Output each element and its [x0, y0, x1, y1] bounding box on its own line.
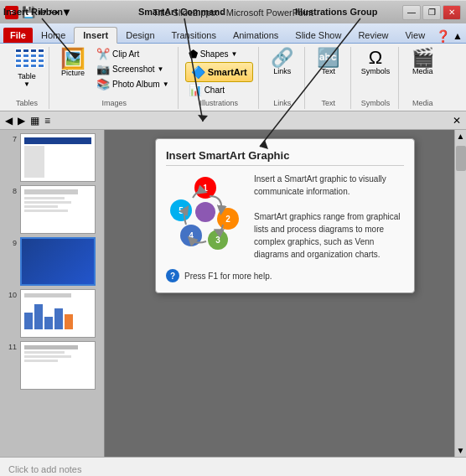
tab-slideshow[interactable]: Slide Show — [287, 28, 350, 43]
screenshot-button[interactable]: 📷 Screenshot ▼ — [93, 62, 173, 76]
media-button[interactable]: 🎬 Media — [406, 47, 439, 77]
tooltip-description: Insert a SmartArt graphic to visually co… — [254, 173, 404, 261]
help-icon[interactable]: ❓ — [436, 29, 450, 43]
images-group-label: Images — [56, 97, 173, 107]
slide-thumb-10[interactable]: 10 — [3, 289, 101, 338]
chart-icon: 📊 — [189, 84, 202, 96]
media-group-label: Media — [406, 97, 439, 107]
slide-panel[interactable]: 7 8 — [0, 130, 105, 457]
tooltip-footer: ? Press F1 for more help. — [166, 269, 404, 282]
tab-design[interactable]: Design — [117, 28, 163, 43]
layout-icon[interactable]: ▦ — [30, 115, 39, 127]
slide-thumb-11[interactable]: 11 — [3, 341, 101, 390]
smartart-graphic: 1 2 3 4 5 — [166, 173, 246, 252]
tooltip-title: Insert SmartArt Graphic — [166, 149, 404, 166]
symbols-icon: Ω — [369, 49, 382, 67]
photo-album-label: Photo Album — [112, 80, 160, 89]
notes-placeholder: Click to add notes — [8, 464, 81, 474]
ribbon-group-media: 🎬 Media Media — [401, 47, 444, 109]
slide-img-9[interactable] — [20, 237, 96, 286]
tables-group-label: Tables — [10, 97, 44, 107]
ribbon-body: Table ▼ Tables 🖼️ Picture ✂️ Clip Art — [0, 44, 466, 111]
slide-thumb-7[interactable]: 7 — [3, 133, 101, 182]
section-icon[interactable]: ≡ — [44, 115, 50, 127]
svg-text:2: 2 — [225, 215, 230, 224]
shapes-icon: ⬟ — [189, 48, 198, 60]
slide-img-7[interactable] — [20, 133, 96, 182]
scroll-bar-right[interactable]: ▲ ▼ — [454, 130, 466, 457]
slide-num-8: 8 — [3, 185, 17, 195]
back-icon[interactable]: ◀ — [5, 115, 13, 127]
smartart-tooltip: Insert SmartArt Graphic 1 2 — [155, 138, 415, 293]
svg-text:4: 4 — [189, 231, 194, 241]
table-label: Table — [18, 72, 36, 80]
svg-text:1: 1 — [203, 184, 208, 193]
close-button[interactable]: ✕ — [443, 5, 461, 20]
slide-thumb-9[interactable]: 9 — [3, 237, 101, 286]
tab-file[interactable]: File — [3, 28, 33, 43]
main-area: 7 8 — [0, 130, 466, 457]
save-button[interactable]: 💾 — [22, 6, 35, 18]
media-icon: 🎬 — [412, 49, 434, 67]
scroll-thumb[interactable] — [456, 146, 466, 171]
forward-icon[interactable]: ▶ — [18, 115, 25, 127]
scroll-up-arrow[interactable]: ▲ — [455, 130, 466, 142]
minimize-button[interactable]: — — [402, 5, 421, 20]
restore-button[interactable]: ❐ — [422, 5, 441, 20]
chart-button[interactable]: 📊 Chart — [185, 83, 253, 97]
quick-bar: ◀ ▶ ▦ ≡ ✕ — [0, 111, 466, 130]
ribbon-group-illustrations: ⬟ Shapes ▼ 🔷 SmartArt 📊 Chart Illustrati… — [180, 47, 259, 109]
slide-img-10[interactable] — [20, 289, 96, 338]
slide-img-8[interactable] — [20, 185, 96, 234]
tab-review[interactable]: Review — [350, 28, 396, 43]
slide-thumb-8[interactable]: 8 — [3, 185, 101, 234]
ribbon-group-symbols: Ω Symbols Symbols — [353, 47, 400, 109]
window-title: Title Slide2.pptx - Microsoft PowerPoint — [153, 8, 313, 18]
scroll-down-arrow[interactable]: ▼ — [455, 444, 466, 457]
picture-button[interactable]: 🖼️ Picture — [56, 47, 90, 79]
smartart-icon: 🔷 — [191, 65, 205, 79]
clip-art-label: Clip Art — [112, 49, 139, 59]
screenshot-label: Screenshot — [112, 65, 155, 74]
ribbon-tabs: File Home Insert Design Transitions Anim… — [0, 23, 466, 44]
media-label: Media — [412, 67, 433, 75]
text-icon: 🔤 — [317, 49, 339, 67]
symbols-button[interactable]: Ω Symbols — [358, 47, 394, 77]
text-label: Text — [321, 67, 335, 75]
table-button[interactable]: Table ▼ — [10, 47, 44, 90]
tab-view[interactable]: View — [396, 28, 433, 43]
title-bar: P 💾 ↩ ↪ ▼ Title Slide2.pptx - Microsoft … — [0, 0, 466, 23]
smartart-button[interactable]: 🔷 SmartArt — [185, 62, 253, 82]
minimize-ribbon-icon[interactable]: ▲ — [453, 30, 463, 42]
links-icon: 🔗 — [271, 49, 293, 67]
chart-label: Chart — [205, 85, 225, 95]
tab-animations[interactable]: Animations — [225, 28, 287, 43]
photo-album-button[interactable]: 📚 Photo Album ▼ — [93, 77, 173, 91]
picture-icon: 🖼️ — [60, 49, 85, 69]
slide-img-11[interactable] — [20, 341, 96, 390]
close-panel-icon[interactable]: ✕ — [453, 115, 461, 127]
undo-button[interactable]: ↩ — [38, 6, 47, 18]
qa-dropdown[interactable]: ▼ — [61, 6, 72, 18]
links-group-label: Links — [266, 97, 299, 107]
tab-insert[interactable]: Insert — [74, 27, 117, 44]
tab-home[interactable]: Home — [33, 28, 74, 43]
slide-num-11: 11 — [3, 341, 17, 351]
slide-num-9: 9 — [3, 237, 17, 247]
symbols-group-label: Symbols — [358, 97, 394, 107]
svg-text:3: 3 — [215, 235, 220, 245]
redo-button[interactable]: ↪ — [49, 6, 59, 18]
text-button[interactable]: 🔤 Text — [312, 47, 345, 77]
help-icon: ? — [166, 269, 179, 282]
clip-art-button[interactable]: ✂️ Clip Art — [93, 47, 173, 61]
links-button[interactable]: 🔗 Links — [266, 47, 299, 77]
clip-art-icon: ✂️ — [96, 48, 110, 60]
svg-point-6 — [195, 202, 215, 222]
notes-bar[interactable]: Click to add notes — [0, 457, 466, 476]
shapes-button[interactable]: ⬟ Shapes ▼ — [185, 47, 253, 61]
cycle-diagram: 1 2 3 4 5 — [166, 173, 246, 252]
symbols-label: Symbols — [361, 67, 391, 75]
tab-transitions[interactable]: Transitions — [163, 28, 225, 43]
ribbon-group-links: 🔗 Links Links — [261, 47, 305, 109]
slide-num-7: 7 — [3, 133, 17, 143]
